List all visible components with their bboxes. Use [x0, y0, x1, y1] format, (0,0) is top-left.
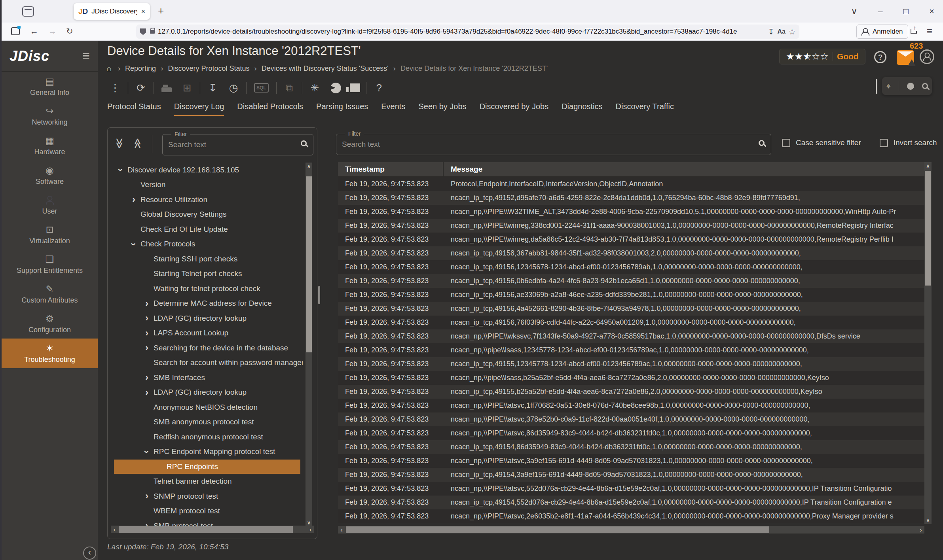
log-vertical-scrollbar[interactable]: ∧ ∨ [924, 162, 932, 524]
tree-node[interactable]: Determine MAC address for Device [108, 296, 303, 311]
tree-chevron-icon[interactable] [127, 239, 140, 250]
scroll-up-icon[interactable]: ∧ [305, 163, 312, 169]
scroll-right-icon[interactable]: › [307, 526, 314, 533]
tree-node[interactable]: SMB protocol test [108, 518, 303, 526]
log-filter-field[interactable]: Filter [336, 134, 771, 155]
notifications-mail-icon[interactable] [897, 50, 914, 65]
tree-node[interactable]: SNMP protocol test [108, 489, 303, 504]
share-icon[interactable] [911, 29, 917, 34]
login-button[interactable]: Anmelden [856, 25, 908, 39]
tree-chevron-icon[interactable] [140, 446, 154, 457]
tab-list-chevron-icon[interactable]: ∨ [851, 6, 857, 17]
log-hscroll-thumb[interactable] [346, 526, 769, 533]
sidebar-item[interactable]: ✎ Custom Attributes [2, 279, 98, 309]
magnifier-icon[interactable] [922, 83, 928, 89]
tree-node[interactable]: Search for account within password manag… [108, 356, 303, 371]
column-header-timestamp[interactable]: Timestamp [338, 162, 444, 176]
log-table-row[interactable]: Feb 19, 2026, 9:47:53.823 ncacn_ip_tcp,4… [338, 191, 924, 205]
sidebar-item[interactable]: ▤ General Info [2, 72, 98, 101]
log-table-row[interactable]: Feb 19, 2026, 9:47:53.823 ncacn_ip_tcp,4… [338, 260, 924, 274]
checkbox-option[interactable]: Case sensitive filter [782, 138, 861, 147]
report-tab[interactable]: Protocol Status [107, 102, 161, 116]
tree-chevron-icon[interactable] [127, 194, 140, 205]
log-table-row[interactable]: Feb 19, 2026, 9:47:53.823 ncacn_ip_tcp,4… [338, 246, 924, 260]
scroll-left-icon[interactable]: ‹ [338, 526, 345, 533]
log-table-row[interactable]: Feb 19, 2026, 9:47:53.823 ncacn_np,\\PIP… [338, 454, 924, 468]
tree-search-input[interactable] [168, 137, 293, 153]
lock-icon[interactable] [150, 30, 155, 34]
sidebar-item[interactable]: ▦ Hardware [2, 131, 98, 161]
maximize-icon[interactable]: □ [903, 6, 909, 17]
tree-node[interactable]: Check End Of Life Update [108, 222, 303, 237]
rating-widget[interactable]: ★★★☆☆☆ Good [779, 49, 865, 64]
log-table-row[interactable]: Feb 19, 2026, 9:47:53.823 ncacn_ip_tcp,4… [338, 496, 924, 509]
sidebar-item[interactable]: User [2, 190, 98, 220]
breadcrumb-item[interactable]: ›Devices with Discovery Status 'Success' [249, 64, 388, 73]
tree-chevron-icon[interactable] [140, 313, 154, 324]
tree-vertical-scrollbar[interactable]: ∧ ∨ [305, 163, 312, 526]
tree-filter-field[interactable]: Filter [162, 134, 313, 155]
log-vscroll-thumb[interactable] [925, 171, 931, 286]
tree-node[interactable]: Resource Utilization [108, 192, 303, 207]
log-table-row[interactable]: Feb 19, 2026, 9:47:53.823 ncacn_np,\\PIP… [338, 482, 924, 496]
close-tab-icon[interactable]: × [141, 8, 145, 16]
log-table-row[interactable]: Feb 19, 2026, 9:47:53.823 ncacn_np,\\pip… [338, 343, 924, 357]
widget-drag-handle[interactable] [876, 79, 877, 94]
checkbox-icon[interactable] [880, 139, 888, 147]
log-table-row[interactable]: Feb 19, 2026, 9:47:53.823 ncacn_np,\\PIP… [338, 233, 924, 246]
log-table-row[interactable]: Feb 19, 2026, 9:47:53.823 ncacn_ip_tcp,4… [338, 302, 924, 316]
search-icon[interactable] [301, 140, 307, 146]
report-tab[interactable]: Discovery Log [174, 102, 224, 116]
refresh-icon[interactable]: ⟳ [136, 82, 146, 94]
help-icon[interactable]: ? [374, 82, 384, 94]
tree-chevron-icon[interactable] [140, 387, 154, 398]
report-tab[interactable]: Parsing Issues [316, 102, 368, 116]
tree-node[interactable]: LDAP (GC) directory lookup [108, 385, 303, 400]
sidebar-item[interactable]: ❏ Support Entitlements [2, 250, 98, 279]
search-icon[interactable] [759, 140, 765, 146]
report-tab[interactable]: Seen by Jobs [418, 102, 466, 116]
tree-chevron-icon[interactable] [140, 342, 154, 353]
forward-icon[interactable]: → [48, 26, 57, 36]
topology-icon[interactable]: ✳ [310, 82, 320, 94]
log-table-row[interactable]: Feb 19, 2026, 9:47:53.823 ncacn_np,\\PIP… [338, 329, 924, 343]
collapse-all-icon[interactable]: ≪ [131, 138, 144, 149]
tree-node[interactable]: Waiting for telnet protocol check [108, 281, 303, 296]
tree-node[interactable]: Telnet banner detection [108, 474, 303, 489]
reload-icon[interactable]: ↻ [66, 26, 73, 36]
browser-tab[interactable]: JD JDisc Discovery × [74, 3, 150, 20]
tree-hscroll-thumb[interactable] [119, 526, 293, 533]
tree-chevron-icon[interactable] [140, 372, 154, 383]
firefox-view-icon[interactable] [22, 6, 34, 17]
history-icon[interactable]: ◷ [228, 82, 239, 94]
record-dot-icon[interactable] [907, 83, 914, 90]
log-table-row[interactable]: Feb 19, 2026, 9:47:53.823 ncacn_np,\\PIP… [338, 219, 924, 233]
log-search-input[interactable] [342, 136, 751, 152]
home-icon[interactable]: ⌂ [106, 64, 112, 73]
scroll-down-icon[interactable]: ∨ [924, 517, 932, 523]
tracking-shield-icon[interactable] [140, 28, 146, 35]
log-table-row[interactable]: Feb 19, 2026, 9:47:53.823 ncacn_ip_tcp,4… [338, 274, 924, 288]
print-icon[interactable] [161, 87, 172, 92]
close-window-icon[interactable]: × [929, 6, 934, 17]
tree-node[interactable]: RPC Endpoint Mapping protocol test [108, 445, 303, 460]
back-icon[interactable]: ← [30, 26, 38, 36]
scroll-left-icon[interactable]: ‹ [111, 526, 118, 533]
log-table-row[interactable]: Feb 19, 2026, 9:47:53.823 ncacn_np,\\PIP… [338, 509, 924, 523]
panel-splitter-handle[interactable] [318, 286, 320, 304]
tree-node[interactable]: Version [108, 178, 303, 193]
tree-node[interactable]: LAPS Account Lookup [108, 326, 303, 341]
column-header-message[interactable]: Message [444, 165, 924, 174]
breadcrumb-item[interactable]: ›Discovery Protocol Status [156, 64, 249, 73]
star-rating[interactable]: ★★★☆☆☆ [786, 52, 829, 61]
tree-node[interactable]: SMB Interfaces [108, 370, 303, 385]
pie-chart-icon[interactable] [330, 83, 341, 93]
hierarchy-icon[interactable]: ⧉ [284, 82, 294, 94]
minimize-icon[interactable]: – [878, 6, 883, 17]
breadcrumb-item[interactable]: ›Reporting [113, 64, 156, 73]
sidebar-item[interactable]: ↪ Networking [2, 101, 98, 131]
collapse-sidebar-button[interactable]: ‹ [83, 547, 96, 560]
expand-all-icon[interactable]: ≫ [113, 138, 126, 149]
tree-chevron-icon[interactable] [140, 328, 154, 339]
scroll-down-icon[interactable]: ∨ [305, 520, 312, 526]
